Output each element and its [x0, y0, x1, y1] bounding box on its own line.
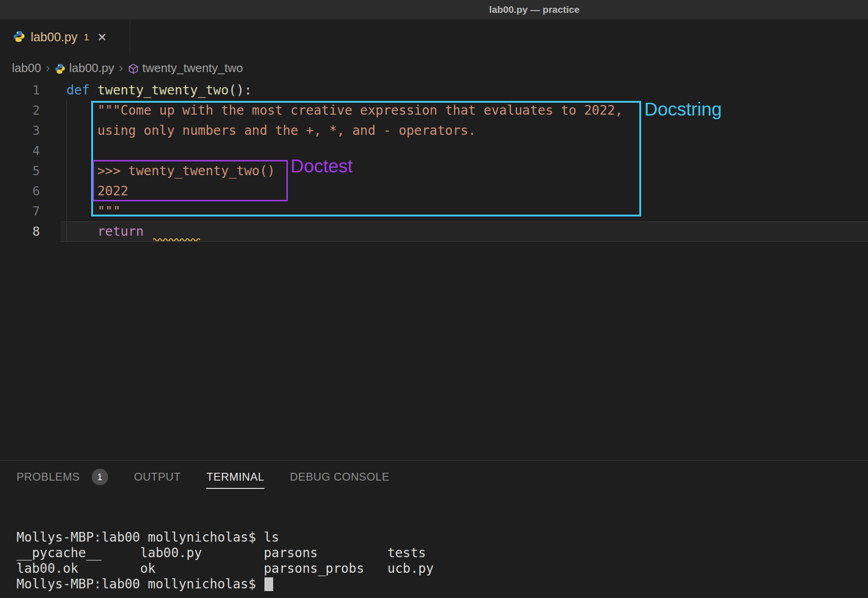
chevron-right-icon: ›: [46, 61, 50, 75]
line-content[interactable]: """Come up with the most creative expres…: [66, 100, 623, 121]
line-number[interactable]: 2: [0, 100, 66, 121]
code-line[interactable]: 4: [0, 141, 868, 161]
code-token: return: [97, 224, 143, 239]
panel-tab-label: OUTPUT: [134, 471, 181, 483]
code-token: twenty_twenty_two: [97, 83, 229, 98]
panel-tab-label: DEBUG CONSOLE: [290, 471, 390, 483]
code-token: def: [66, 83, 97, 98]
breadcrumb: lab00 › lab00.py › twenty_twenty_two: [0, 55, 868, 81]
code-token: [66, 224, 97, 239]
python-icon: [13, 30, 25, 44]
code-token: """: [97, 204, 121, 219]
code-line[interactable]: 5 >>> twenty_twenty_two(): [0, 161, 868, 181]
code-token: [66, 123, 97, 138]
code-line[interactable]: 1def twenty_twenty_two():: [0, 80, 868, 100]
terminal-line: Mollys-MBP:lab00 mollynicholas$ ls: [16, 530, 868, 545]
vscode-window: lab00.py — practice lab00.py 1 ✕ lab00 ›: [0, 0, 868, 598]
code-line[interactable]: 7 """: [0, 201, 868, 221]
symbol-cube-icon: [128, 63, 139, 74]
window-title: lab00.py — practice: [489, 4, 579, 15]
code-line[interactable]: 6 2022: [0, 181, 868, 201]
chevron-right-icon: ›: [119, 61, 123, 75]
terminal-cursor: [264, 577, 273, 591]
code-token: [66, 204, 97, 219]
line-content[interactable]: def twenty_twenty_two():: [66, 80, 252, 100]
line-number[interactable]: 1: [0, 80, 66, 100]
code-token: [66, 183, 97, 199]
line-number[interactable]: 5: [0, 161, 66, 181]
problems-count-badge: 1: [92, 469, 108, 485]
code-token: using only numbers and the +, *, and - o…: [97, 123, 476, 138]
breadcrumb-folder[interactable]: lab00: [12, 61, 41, 75]
line-number[interactable]: 8: [0, 221, 66, 242]
panel-tab-terminal[interactable]: TERMINAL: [206, 460, 264, 493]
code-token: 2022: [97, 183, 128, 199]
breadcrumb-file[interactable]: lab00.py: [69, 61, 114, 75]
line-content[interactable]: >>> twenty_twenty_two(): [66, 161, 275, 181]
line-number[interactable]: 7: [0, 201, 66, 221]
tab-close-icon[interactable]: ✕: [97, 31, 107, 44]
line-content[interactable]: 2022: [66, 181, 128, 201]
tab-label: lab00.py: [31, 30, 77, 44]
line-content[interactable]: using only numbers and the +, *, and - o…: [66, 121, 476, 141]
panel-tab-label: TERMINAL: [206, 471, 264, 483]
terminal[interactable]: Mollys-MBP:lab00 mollynicholas$ ls__pyca…: [16, 498, 868, 598]
python-icon: [55, 63, 66, 74]
line-number[interactable]: 4: [0, 141, 66, 161]
code-token: ():: [229, 83, 252, 98]
terminal-lines: Mollys-MBP:lab00 mollynicholas$ ls__pyca…: [16, 530, 868, 592]
code-token: >>> twenty_twenty_two(): [97, 163, 275, 178]
code-line[interactable]: 8 return: [0, 221, 868, 242]
line-content[interactable]: """: [66, 201, 121, 221]
breadcrumb-symbol[interactable]: twenty_twenty_two: [143, 61, 243, 75]
titlebar: lab00.py — practice: [0, 0, 868, 19]
panel-tab-bar: PROBLEMS1OUTPUTTERMINALDEBUG CONSOLE: [0, 460, 868, 493]
code-token: """Come up with the most creative expres…: [97, 103, 622, 118]
terminal-line: __pycache__ lab00.py parsons tests: [16, 545, 868, 561]
bottom-panel: PROBLEMS1OUTPUTTERMINALDEBUG CONSOLE Mol…: [0, 460, 868, 598]
code-line[interactable]: 2 """Come up with the most creative expr…: [0, 100, 868, 121]
code-token: [66, 103, 97, 118]
code-lines: 1def twenty_twenty_two():2 """Come up wi…: [0, 80, 868, 242]
tab-dirty-count: 1: [84, 32, 89, 43]
code-line[interactable]: 3 using only numbers and the +, *, and -…: [0, 121, 868, 141]
code-token: [66, 163, 97, 178]
line-number[interactable]: 3: [0, 121, 66, 141]
tab-lab00py[interactable]: lab00.py 1 ✕: [0, 19, 130, 55]
panel-tab-output[interactable]: OUTPUT: [134, 460, 181, 493]
panel-tab-label: PROBLEMS: [16, 471, 80, 483]
tab-bar: lab00.py 1 ✕: [0, 19, 868, 55]
warning-squiggle-icon: [153, 237, 201, 241]
terminal-line: Mollys-MBP:lab00 mollynicholas$: [16, 576, 868, 592]
panel-tab-debug-console[interactable]: DEBUG CONSOLE: [290, 460, 390, 493]
line-number[interactable]: 6: [0, 181, 66, 201]
editor[interactable]: 1def twenty_twenty_two():2 """Come up wi…: [0, 79, 868, 460]
line-content[interactable]: return: [66, 221, 151, 242]
terminal-line: lab00.ok ok parsons_probs ucb.py: [16, 561, 868, 576]
code-token: [144, 224, 152, 239]
panel-tab-problems[interactable]: PROBLEMS1: [16, 460, 108, 493]
